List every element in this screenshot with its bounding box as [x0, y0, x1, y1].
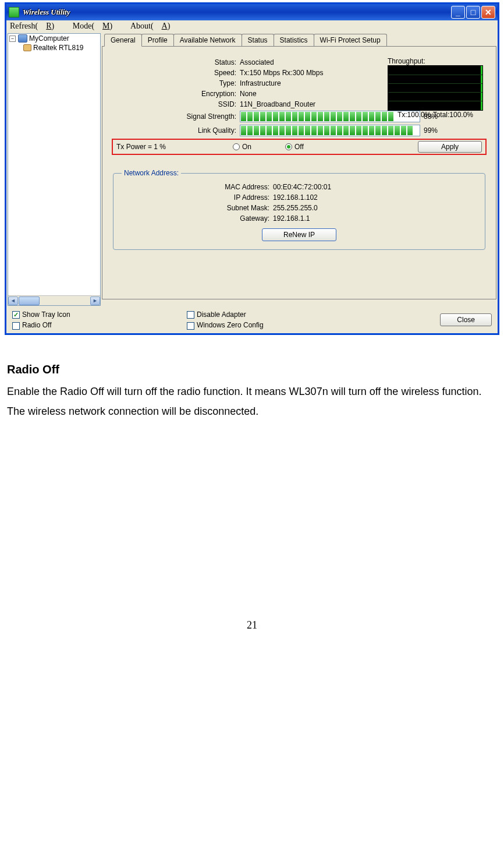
encryption-label: Encryption:: [112, 90, 240, 98]
radio-off-checkbox[interactable]: Radio Off: [12, 321, 187, 329]
tab-statistics[interactable]: Statistics: [274, 34, 314, 47]
encryption-value: None: [240, 90, 368, 98]
tx-off-option[interactable]: Off: [285, 143, 355, 151]
device-tree[interactable]: − MyComputer Realtek RTL819 ◄ ►: [8, 33, 101, 306]
radio-icon: [233, 143, 240, 150]
mac-label: MAC Address:: [122, 183, 273, 191]
menu-refresh[interactable]: Refresh(R): [10, 22, 62, 30]
tx-power-row: Tx Power = 1 % On Off Apply: [112, 139, 487, 155]
tab-available-network[interactable]: Available Network: [173, 34, 242, 47]
titlebar: Wireless Utility _ □ ✕: [6, 4, 498, 20]
status-label: Status:: [112, 58, 240, 66]
menubar: Refresh(R) Mode(M) About(A): [6, 20, 498, 32]
disable-adapter-checkbox[interactable]: Disable Adapter: [187, 310, 361, 319]
throughput-chart: [388, 65, 483, 111]
link-label: Link Quality:: [112, 126, 240, 135]
checkbox-icon: [12, 322, 20, 330]
section-heading: Radio Off: [7, 358, 495, 380]
tx-power-label: Tx Power = 1 %: [116, 143, 233, 151]
apply-button[interactable]: Apply: [418, 141, 482, 153]
status-value: Associated: [240, 58, 368, 66]
checkbox-icon: [12, 311, 20, 319]
tab-content-general: Throughput: Tx:100.0%,Total:100.0% Statu…: [102, 46, 496, 299]
radio-icon: [285, 143, 292, 150]
scroll-right-icon[interactable]: ►: [90, 297, 100, 305]
checkbox-icon: [187, 311, 194, 319]
ssid-value: 11N_Broadband_Router: [240, 100, 368, 108]
scroll-left-icon[interactable]: ◄: [8, 297, 18, 305]
section-body: Enable the Radio Off will turn off the r…: [7, 382, 495, 421]
window-title: Wireless Utility: [23, 8, 451, 17]
tx-on-option[interactable]: On: [233, 143, 285, 151]
tab-status[interactable]: Status: [242, 34, 274, 47]
link-pct: 99%: [424, 126, 438, 135]
bottom-options: Show Tray Icon Disable Adapter Close Rad…: [6, 307, 498, 333]
ip-value: 192.168.1.102: [273, 193, 477, 202]
windows-zero-config-checkbox[interactable]: Windows Zero Config: [187, 321, 361, 329]
tree-root-label[interactable]: MyComputer: [29, 34, 69, 43]
signal-label: Signal Strength:: [112, 112, 240, 121]
tab-general[interactable]: General: [104, 34, 142, 47]
ssid-label: SSID:: [112, 100, 240, 108]
tab-strip: General Profile Available Network Status…: [102, 33, 496, 46]
scroll-thumb[interactable]: [19, 297, 40, 305]
tab-wifi-protect[interactable]: Wi-Fi Protect Setup: [314, 34, 387, 47]
mac-value: 00:E0:4C:72:00:01: [273, 183, 477, 191]
checkbox-icon: [187, 322, 194, 330]
document-text: Radio Off Enable the Radio Off will turn…: [5, 335, 499, 421]
renew-ip-button[interactable]: ReNew IP: [262, 228, 336, 241]
show-tray-checkbox[interactable]: Show Tray Icon: [12, 310, 187, 319]
computer-icon: [18, 34, 27, 43]
type-label: Type:: [112, 79, 240, 87]
network-address-group: Network Address: MAC Address: 00:E0:4C:7…: [113, 169, 485, 250]
mask-label: Subnet Mask:: [122, 204, 273, 212]
wireless-utility-window: Wireless Utility _ □ ✕ Refresh(R) Mode(M…: [5, 2, 499, 335]
speed-value: Tx:150 Mbps Rx:300 Mbps: [240, 69, 368, 77]
tree-collapse-icon[interactable]: −: [9, 36, 16, 42]
window-close-button[interactable]: ✕: [481, 6, 495, 19]
page-number: 21: [5, 619, 499, 631]
speed-label: Speed:: [112, 69, 240, 77]
adapter-icon: [23, 44, 31, 51]
menu-mode[interactable]: Mode(M): [73, 22, 120, 30]
gateway-label: Gateway:: [122, 214, 273, 223]
throughput-caption: Tx:100.0%,Total:100.0%: [388, 111, 483, 119]
app-icon: [9, 7, 19, 17]
tree-hscrollbar[interactable]: ◄ ►: [8, 295, 100, 305]
tab-profile[interactable]: Profile: [141, 34, 174, 47]
network-address-legend: Network Address:: [122, 169, 181, 177]
link-quality-bar: [240, 125, 420, 136]
throughput-label: Throughput:: [388, 57, 483, 65]
close-button[interactable]: Close: [440, 313, 492, 326]
type-value: Infrastructure: [240, 79, 368, 87]
throughput-panel: Throughput: Tx:100.0%,Total:100.0%: [388, 57, 483, 119]
tree-adapter-label[interactable]: Realtek RTL819: [33, 44, 84, 52]
maximize-button[interactable]: □: [466, 6, 480, 19]
menu-about[interactable]: About(A): [130, 22, 178, 30]
minimize-button[interactable]: _: [451, 6, 465, 19]
mask-value: 255.255.255.0: [273, 204, 477, 212]
ip-label: IP Address:: [122, 193, 273, 202]
gateway-value: 192.168.1.1: [273, 214, 477, 223]
